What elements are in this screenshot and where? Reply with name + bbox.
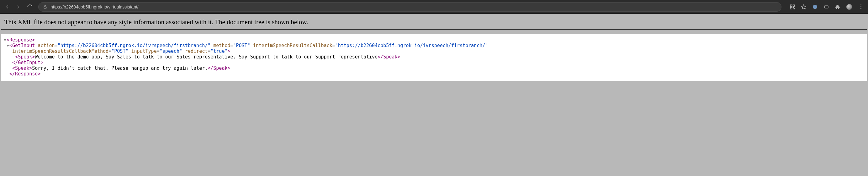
xml-root-open[interactable]: <Response> xyxy=(4,37,864,43)
page-body: This XML file does not appear to have an… xyxy=(0,14,868,176)
star-icon[interactable] xyxy=(801,4,807,10)
reload-button[interactable] xyxy=(27,4,33,10)
qr-icon[interactable] xyxy=(789,4,795,10)
xml-root-close: </Response> xyxy=(4,71,864,77)
profile-avatar[interactable] xyxy=(846,4,852,10)
svg-rect-4 xyxy=(793,7,794,8)
svg-rect-3 xyxy=(790,7,792,9)
svg-rect-0 xyxy=(44,7,46,8)
extensions-puzzle-icon[interactable] xyxy=(835,4,840,10)
xml-getinput-open[interactable]: <GetInput action="https://b22604cbb5ff.n… xyxy=(4,43,864,48)
xml-speak-1: <Speak>Welcome to the demo app, Say Sale… xyxy=(4,54,864,60)
toolbar-right xyxy=(789,4,864,10)
svg-rect-8 xyxy=(825,6,828,8)
url-text: https://b22604cbb5ff.ngrok.io/virtualass… xyxy=(51,4,138,9)
xml-getinput-open-line2: interimSpeechResultsCallbackMethod="POST… xyxy=(4,48,864,54)
xml-speak-2: <Speak>Sorry, I didn't catch that. Pleas… xyxy=(4,66,864,71)
xml-getinput-close: </GetInput> xyxy=(4,60,864,66)
xml-notice: This XML file does not appear to have an… xyxy=(1,14,867,29)
svg-rect-2 xyxy=(793,5,795,6)
extension-a-icon[interactable] xyxy=(812,4,818,10)
lock-icon xyxy=(43,5,48,9)
forward-button[interactable] xyxy=(16,4,21,10)
extension-b-icon[interactable] xyxy=(824,4,829,10)
disclosure-triangle-icon[interactable] xyxy=(7,45,9,47)
svg-point-7 xyxy=(813,5,817,9)
address-bar[interactable]: https://b22604cbb5ff.ngrok.io/virtualass… xyxy=(38,2,781,11)
disclosure-triangle-icon[interactable] xyxy=(4,39,6,41)
xml-tree: <Response> <GetInput action="https://b22… xyxy=(1,34,867,81)
svg-rect-5 xyxy=(794,8,795,9)
kebab-menu-icon[interactable] xyxy=(858,4,864,10)
svg-rect-1 xyxy=(790,5,792,6)
svg-marker-6 xyxy=(802,4,806,9)
browser-toolbar: https://b22604cbb5ff.ngrok.io/virtualass… xyxy=(0,0,868,14)
back-button[interactable] xyxy=(4,4,10,10)
